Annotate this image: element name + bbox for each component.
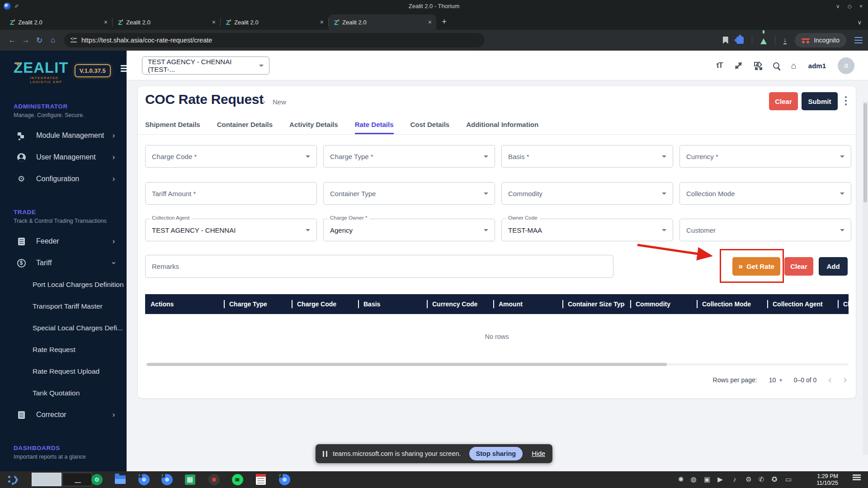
app-home-icon[interactable]: ⌂ [791,61,797,71]
container-type-select[interactable]: Container Type [323,182,495,205]
sidebar-item-user-management[interactable]: User Management › [0,146,127,168]
tab-container-details[interactable]: Container Details [217,118,273,134]
charge-owner-select[interactable]: Charge Owner * Agency [323,219,495,241]
sidebar-subitem-special-local-charges[interactable]: Special Local Charges Defi... [0,317,127,339]
charge-type-select[interactable]: Charge Type * [323,145,495,168]
tray-phone-icon[interactable]: ✆ [757,475,766,483]
basis-select[interactable]: Basis * [501,145,673,168]
back-icon[interactable]: ← [5,36,19,45]
sidebar-subitem-tank-quotation[interactable]: Tank Quotation [0,382,127,404]
row-clear-button[interactable]: Clear [784,257,813,276]
taskbar-browser-audio-icon[interactable] [138,474,150,485]
tab-rate-details[interactable]: Rate Details [355,118,394,134]
remarks-input[interactable]: Remarks [145,255,613,278]
bookmark-icon[interactable] [723,37,728,44]
tray-images-icon[interactable]: ▣ [703,475,712,483]
tray-display-icon[interactable]: ▭ [784,475,793,483]
window-minimize-icon[interactable]: ∨ [836,3,840,9]
fullscreen-icon[interactable] [735,62,741,69]
tab-close-icon[interactable]: × [212,19,216,26]
sidebar-collapse-icon[interactable] [121,68,127,69]
new-tab-button[interactable]: + [442,17,447,27]
currency-select[interactable]: Currency * [679,145,851,168]
browser-tab-4-active[interactable]: Z Zealit 2.0 × [329,14,436,30]
window-maximize-icon[interactable]: ◇ [848,3,852,9]
browser-tab-1[interactable]: Z Zealit 2.0 × [5,14,112,30]
apps-grid-icon[interactable] [754,62,761,69]
taskbar-spotify-icon[interactable]: ≋ [231,474,243,485]
tab-search-chevron-icon[interactable]: ∨ [857,19,862,26]
taskbar-clock[interactable]: 1:29 PM 11/10/25 [816,473,838,487]
clear-button[interactable]: Clear [769,92,798,110]
forward-icon[interactable]: → [19,36,33,45]
tray-media-icon[interactable]: ▶ [716,475,725,483]
submit-button[interactable]: Submit [802,92,838,110]
tariff-amount-input[interactable]: Tariff Amount * [145,182,317,205]
browser-menu-icon[interactable] [854,40,863,41]
reload-icon[interactable]: ↻ [33,36,46,45]
browser-tab-2[interactable]: Z Zealit 2.0 × [113,14,220,30]
customer-select[interactable]: Customer [679,219,851,241]
sidebar-subitem-transport-tariff-master[interactable]: Transport Tariff Master [0,296,127,317]
more-options-icon[interactable] [845,96,847,98]
taskbar-settings-icon[interactable]: ⚙ [91,474,103,485]
hide-banner-link[interactable]: Hide [532,450,545,457]
window-preview-minimized[interactable] [62,473,92,486]
sidebar-subitem-rate-request-upload[interactable]: Rate Request Upload [0,361,127,382]
next-page-icon[interactable]: › [844,374,847,386]
taskbar-panel-menu-icon[interactable] [853,477,861,478]
pause-icon[interactable] [323,451,327,457]
taskbar-file-manager-icon[interactable] [114,474,126,485]
avatar[interactable]: a [838,57,854,74]
tab-shipment-details[interactable]: Shipment Details [145,118,200,134]
commodity-select[interactable]: Commodity [501,182,673,205]
taskbar-text-editor-icon[interactable] [255,474,267,485]
previous-page-icon[interactable]: ‹ [828,374,831,386]
address-bar[interactable]: https://test.shalx.asia/coc-rate-request… [64,33,485,47]
site-settings-icon[interactable] [71,38,77,42]
sidebar-item-dashboard[interactable]: Dashboard › [0,466,127,471]
downloads-icon[interactable]: ↓ [783,37,787,44]
tab-close-icon[interactable]: × [428,19,432,26]
owner-code-select[interactable]: Owner Code TEST-MAA [501,219,673,241]
stop-sharing-button[interactable]: Stop sharing [469,447,523,460]
tab-additional-information[interactable]: Additional Information [466,118,538,134]
collection-agent-select[interactable]: Collection Agent TEST AGENCY - CHENNAI [145,219,317,241]
app-launcher-icon[interactable] [7,474,19,485]
window-preview-active[interactable] [32,473,61,486]
taskbar-browser-audio-icon-2[interactable] [161,474,173,485]
sidebar-item-configuration[interactable]: ⚙ Configuration › [0,168,127,190]
search-icon[interactable] [773,62,779,69]
horizontal-scrollbar-thumb[interactable] [147,363,667,366]
sidebar-subitem-port-local-charges[interactable]: Port Local Charges Definition [0,274,127,296]
tray-tracker-icon[interactable]: ✺ [676,475,685,483]
taskbar-spreadsheet-icon[interactable]: ▦ [184,474,196,485]
taskbar-recorder-icon[interactable] [208,474,220,485]
sidebar-item-feeder[interactable]: Feeder › [0,230,127,252]
charge-code-select[interactable]: Charge Code * [145,145,317,168]
window-close-icon[interactable]: × [859,3,863,9]
taskbar-browser-audio-icon-3[interactable] [278,474,290,485]
tab-activity-details[interactable]: Activity Details [289,118,338,134]
extensions-icon[interactable] [736,37,744,44]
tray-volume-icon[interactable]: ♪ [730,475,739,483]
sidebar-item-tariff[interactable]: $ Tariff › [0,252,127,274]
text-size-icon[interactable]: tT [717,61,723,70]
rows-per-page-select[interactable]: 10 ▾ [769,376,782,384]
tray-settings-icon[interactable]: ⚙ [744,475,753,483]
sidebar-item-corrector[interactable]: Corrector › [0,404,127,426]
tab-close-icon[interactable]: × [104,19,108,26]
page-scrollbar[interactable] [863,101,868,455]
sidebar-item-module-management[interactable]: Module Management › [0,125,127,146]
sidebar-subitem-rate-request[interactable]: Rate Request [0,339,127,361]
page-scrollbar-thumb[interactable] [863,103,867,202]
collection-mode-select[interactable]: Collection Mode [679,182,851,205]
tray-network-icon[interactable]: ◍ [689,475,698,483]
username[interactable]: adm1 [808,62,826,70]
browser-tab-3[interactable]: Z Zealit 2.0 × [221,14,328,30]
agency-select[interactable]: TEST AGENCY - CHENNAI (TEST-... [142,56,269,75]
tab-cost-details[interactable]: Cost Details [410,118,450,134]
experiments-flask-icon[interactable] [760,38,767,44]
tab-close-icon[interactable]: × [320,19,324,26]
add-button[interactable]: Add [819,257,848,276]
